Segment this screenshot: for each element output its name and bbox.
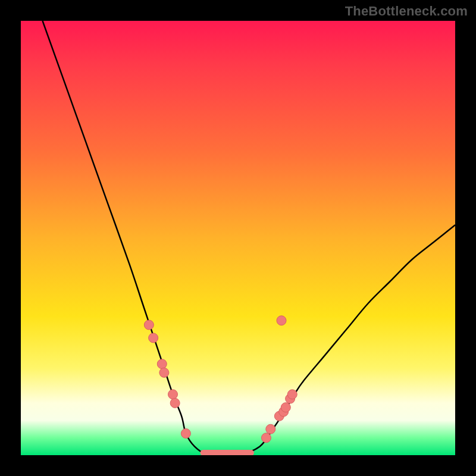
data-marker <box>168 390 178 399</box>
bottleneck-curve <box>43 21 456 455</box>
data-marker <box>261 433 271 443</box>
chart-overlay <box>21 21 455 455</box>
data-marker <box>144 320 154 330</box>
plot-area <box>21 21 455 455</box>
data-marker <box>266 424 275 434</box>
data-marker <box>159 368 169 377</box>
data-marker <box>149 333 158 343</box>
data-marker <box>157 359 167 369</box>
data-marker <box>181 429 190 439</box>
data-marker <box>277 316 286 325</box>
chart-frame: TheBottleneck.com <box>0 0 476 476</box>
data-marker <box>287 390 297 399</box>
watermark-text: TheBottleneck.com <box>345 4 468 19</box>
data-marker <box>281 403 290 412</box>
data-marker <box>170 398 180 408</box>
